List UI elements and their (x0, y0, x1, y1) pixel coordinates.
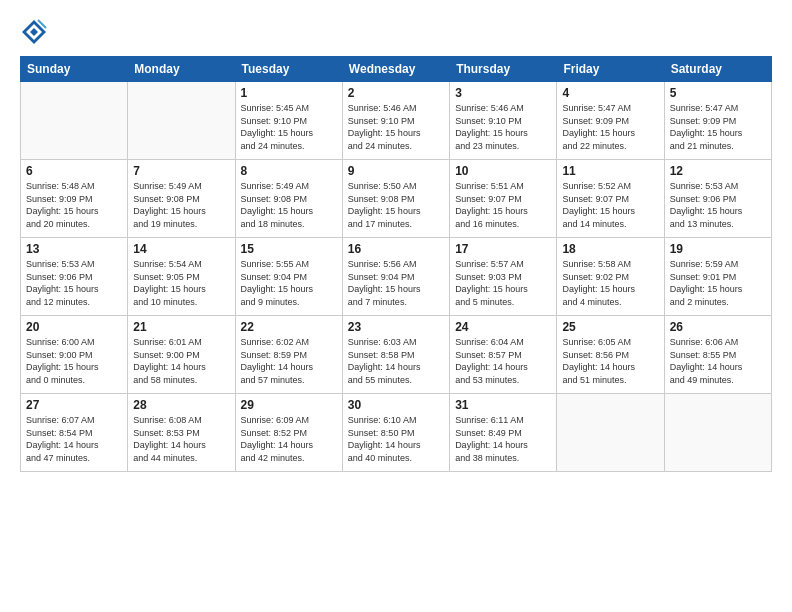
weekday-header-cell: Saturday (664, 57, 771, 82)
calendar-cell: 23Sunrise: 6:03 AM Sunset: 8:58 PM Dayli… (342, 316, 449, 394)
day-number: 20 (26, 320, 122, 334)
calendar-body: 1Sunrise: 5:45 AM Sunset: 9:10 PM Daylig… (21, 82, 772, 472)
calendar-cell: 2Sunrise: 5:46 AM Sunset: 9:10 PM Daylig… (342, 82, 449, 160)
day-info: Sunrise: 5:53 AM Sunset: 9:06 PM Dayligh… (26, 258, 122, 308)
day-number: 13 (26, 242, 122, 256)
day-number: 29 (241, 398, 337, 412)
day-number: 8 (241, 164, 337, 178)
calendar-cell: 19Sunrise: 5:59 AM Sunset: 9:01 PM Dayli… (664, 238, 771, 316)
day-info: Sunrise: 5:45 AM Sunset: 9:10 PM Dayligh… (241, 102, 337, 152)
calendar-cell: 8Sunrise: 5:49 AM Sunset: 9:08 PM Daylig… (235, 160, 342, 238)
page: SundayMondayTuesdayWednesdayThursdayFrid… (0, 0, 792, 612)
calendar-cell: 27Sunrise: 6:07 AM Sunset: 8:54 PM Dayli… (21, 394, 128, 472)
day-number: 26 (670, 320, 766, 334)
weekday-header-row: SundayMondayTuesdayWednesdayThursdayFrid… (21, 57, 772, 82)
calendar-cell: 16Sunrise: 5:56 AM Sunset: 9:04 PM Dayli… (342, 238, 449, 316)
calendar-week-row: 27Sunrise: 6:07 AM Sunset: 8:54 PM Dayli… (21, 394, 772, 472)
day-info: Sunrise: 6:07 AM Sunset: 8:54 PM Dayligh… (26, 414, 122, 464)
day-number: 4 (562, 86, 658, 100)
day-number: 9 (348, 164, 444, 178)
day-info: Sunrise: 6:09 AM Sunset: 8:52 PM Dayligh… (241, 414, 337, 464)
weekday-header-cell: Sunday (21, 57, 128, 82)
calendar-cell: 29Sunrise: 6:09 AM Sunset: 8:52 PM Dayli… (235, 394, 342, 472)
day-info: Sunrise: 6:05 AM Sunset: 8:56 PM Dayligh… (562, 336, 658, 386)
day-info: Sunrise: 6:10 AM Sunset: 8:50 PM Dayligh… (348, 414, 444, 464)
weekday-header-cell: Monday (128, 57, 235, 82)
day-info: Sunrise: 6:11 AM Sunset: 8:49 PM Dayligh… (455, 414, 551, 464)
day-number: 18 (562, 242, 658, 256)
calendar-cell (128, 82, 235, 160)
calendar-cell: 4Sunrise: 5:47 AM Sunset: 9:09 PM Daylig… (557, 82, 664, 160)
calendar-cell: 13Sunrise: 5:53 AM Sunset: 9:06 PM Dayli… (21, 238, 128, 316)
calendar-cell: 26Sunrise: 6:06 AM Sunset: 8:55 PM Dayli… (664, 316, 771, 394)
calendar-cell: 1Sunrise: 5:45 AM Sunset: 9:10 PM Daylig… (235, 82, 342, 160)
calendar-cell: 17Sunrise: 5:57 AM Sunset: 9:03 PM Dayli… (450, 238, 557, 316)
day-number: 15 (241, 242, 337, 256)
day-info: Sunrise: 5:51 AM Sunset: 9:07 PM Dayligh… (455, 180, 551, 230)
day-info: Sunrise: 5:47 AM Sunset: 9:09 PM Dayligh… (670, 102, 766, 152)
day-info: Sunrise: 5:47 AM Sunset: 9:09 PM Dayligh… (562, 102, 658, 152)
day-number: 27 (26, 398, 122, 412)
calendar-week-row: 6Sunrise: 5:48 AM Sunset: 9:09 PM Daylig… (21, 160, 772, 238)
day-info: Sunrise: 5:49 AM Sunset: 9:08 PM Dayligh… (133, 180, 229, 230)
header (20, 18, 772, 46)
day-number: 22 (241, 320, 337, 334)
day-info: Sunrise: 5:57 AM Sunset: 9:03 PM Dayligh… (455, 258, 551, 308)
day-number: 1 (241, 86, 337, 100)
calendar-cell: 10Sunrise: 5:51 AM Sunset: 9:07 PM Dayli… (450, 160, 557, 238)
weekday-header-cell: Friday (557, 57, 664, 82)
day-number: 5 (670, 86, 766, 100)
day-number: 10 (455, 164, 551, 178)
day-info: Sunrise: 5:54 AM Sunset: 9:05 PM Dayligh… (133, 258, 229, 308)
calendar-cell: 11Sunrise: 5:52 AM Sunset: 9:07 PM Dayli… (557, 160, 664, 238)
calendar-cell (21, 82, 128, 160)
day-info: Sunrise: 5:46 AM Sunset: 9:10 PM Dayligh… (348, 102, 444, 152)
calendar-cell: 30Sunrise: 6:10 AM Sunset: 8:50 PM Dayli… (342, 394, 449, 472)
calendar-week-row: 20Sunrise: 6:00 AM Sunset: 9:00 PM Dayli… (21, 316, 772, 394)
calendar-cell (664, 394, 771, 472)
day-number: 12 (670, 164, 766, 178)
calendar-cell: 5Sunrise: 5:47 AM Sunset: 9:09 PM Daylig… (664, 82, 771, 160)
calendar-cell: 31Sunrise: 6:11 AM Sunset: 8:49 PM Dayli… (450, 394, 557, 472)
day-number: 31 (455, 398, 551, 412)
weekday-header-cell: Wednesday (342, 57, 449, 82)
calendar-cell: 24Sunrise: 6:04 AM Sunset: 8:57 PM Dayli… (450, 316, 557, 394)
calendar-cell: 25Sunrise: 6:05 AM Sunset: 8:56 PM Dayli… (557, 316, 664, 394)
day-info: Sunrise: 5:50 AM Sunset: 9:08 PM Dayligh… (348, 180, 444, 230)
day-info: Sunrise: 5:58 AM Sunset: 9:02 PM Dayligh… (562, 258, 658, 308)
calendar-cell: 6Sunrise: 5:48 AM Sunset: 9:09 PM Daylig… (21, 160, 128, 238)
day-info: Sunrise: 5:49 AM Sunset: 9:08 PM Dayligh… (241, 180, 337, 230)
calendar-cell: 15Sunrise: 5:55 AM Sunset: 9:04 PM Dayli… (235, 238, 342, 316)
day-info: Sunrise: 5:53 AM Sunset: 9:06 PM Dayligh… (670, 180, 766, 230)
calendar-cell: 14Sunrise: 5:54 AM Sunset: 9:05 PM Dayli… (128, 238, 235, 316)
calendar-week-row: 1Sunrise: 5:45 AM Sunset: 9:10 PM Daylig… (21, 82, 772, 160)
calendar-week-row: 13Sunrise: 5:53 AM Sunset: 9:06 PM Dayli… (21, 238, 772, 316)
day-number: 17 (455, 242, 551, 256)
calendar-cell: 20Sunrise: 6:00 AM Sunset: 9:00 PM Dayli… (21, 316, 128, 394)
logo-icon (20, 18, 48, 46)
day-info: Sunrise: 5:59 AM Sunset: 9:01 PM Dayligh… (670, 258, 766, 308)
day-info: Sunrise: 6:03 AM Sunset: 8:58 PM Dayligh… (348, 336, 444, 386)
day-number: 21 (133, 320, 229, 334)
day-info: Sunrise: 6:06 AM Sunset: 8:55 PM Dayligh… (670, 336, 766, 386)
calendar-cell: 12Sunrise: 5:53 AM Sunset: 9:06 PM Dayli… (664, 160, 771, 238)
day-number: 14 (133, 242, 229, 256)
day-info: Sunrise: 5:55 AM Sunset: 9:04 PM Dayligh… (241, 258, 337, 308)
day-number: 25 (562, 320, 658, 334)
day-info: Sunrise: 5:52 AM Sunset: 9:07 PM Dayligh… (562, 180, 658, 230)
day-info: Sunrise: 6:04 AM Sunset: 8:57 PM Dayligh… (455, 336, 551, 386)
day-info: Sunrise: 5:56 AM Sunset: 9:04 PM Dayligh… (348, 258, 444, 308)
calendar: SundayMondayTuesdayWednesdayThursdayFrid… (20, 56, 772, 472)
day-info: Sunrise: 5:48 AM Sunset: 9:09 PM Dayligh… (26, 180, 122, 230)
day-number: 23 (348, 320, 444, 334)
calendar-cell: 22Sunrise: 6:02 AM Sunset: 8:59 PM Dayli… (235, 316, 342, 394)
day-info: Sunrise: 5:46 AM Sunset: 9:10 PM Dayligh… (455, 102, 551, 152)
day-number: 11 (562, 164, 658, 178)
day-info: Sunrise: 6:01 AM Sunset: 9:00 PM Dayligh… (133, 336, 229, 386)
weekday-header-cell: Tuesday (235, 57, 342, 82)
day-number: 24 (455, 320, 551, 334)
day-number: 6 (26, 164, 122, 178)
calendar-cell (557, 394, 664, 472)
calendar-cell: 9Sunrise: 5:50 AM Sunset: 9:08 PM Daylig… (342, 160, 449, 238)
calendar-cell: 21Sunrise: 6:01 AM Sunset: 9:00 PM Dayli… (128, 316, 235, 394)
